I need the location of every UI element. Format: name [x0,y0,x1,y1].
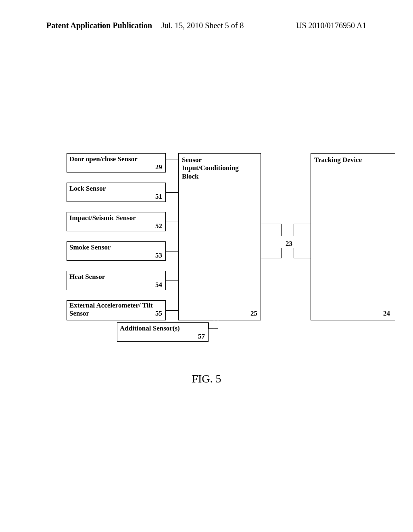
ref-num: 51 [155,193,162,201]
sensor-label: Door open/close Sensor [69,155,138,163]
sensor-accelerometer-tilt: External Accelerometer/ Tilt Sensor 55 [67,300,166,320]
ref-num: 24 [383,310,390,318]
bus-line [281,224,282,236]
connector-line [209,322,209,328]
sensor-label: Lock Sensor [69,185,106,193]
bus-ref-num: 23 [286,240,292,248]
cond-label: Sensor Input/Conditioning Block [182,156,246,181]
sensor-label: External Accelerometer/ Tilt Sensor [69,301,165,318]
sensor-smoke: Smoke Sensor 53 [67,241,166,261]
sensor-label: Smoke Sensor [69,243,111,251]
connector-line [209,328,214,329]
header-left: Patent Application Publication [46,21,152,30]
sensor-impact-seismic: Impact/Seismic Sensor 52 [67,212,166,231]
bus-line [261,258,282,258]
sensor-heat: Heat Sensor 54 [67,271,166,290]
track-label: Tracking Device [314,156,362,164]
ref-num: 29 [155,163,162,171]
sensor-input-conditioning-block: Sensor Input/Conditioning Block 25 [178,153,261,320]
header-right: US 2010/0176950 A1 [296,21,366,30]
sensor-lock: Lock Sensor 51 [67,183,166,202]
sensor-label: Impact/Seismic Sensor [69,214,136,222]
connector-line [218,320,218,328]
connector-line [166,281,178,281]
connector-line [166,222,178,222]
connector-line [166,192,178,193]
bus-line [294,248,294,258]
bus-line [281,248,282,258]
ref-num: 55 [155,310,162,318]
bus-line [294,258,311,258]
ref-num: 53 [155,251,162,260]
bus-line [294,224,294,236]
sensor-label: Additional Sensor(s) [120,324,180,332]
bus-line [261,224,282,224]
ref-num: 57 [198,332,205,341]
connector-line [166,251,178,251]
sensor-additional: Additional Sensor(s) 57 [117,322,209,342]
tracking-device-block: Tracking Device 24 [311,153,395,320]
sensor-label: Heat Sensor [69,273,105,281]
figure-label: FIG. 5 [0,372,413,385]
ref-num: 52 [155,222,162,230]
connector-line [166,160,178,160]
header-center: Jul. 15, 2010 Sheet 5 of 8 [161,21,244,30]
sensor-door-open-close: Door open/close Sensor 29 [67,153,166,172]
bus-line [294,224,311,224]
ref-num: 54 [155,281,162,289]
connector-line [166,310,178,311]
block-diagram: Door open/close Sensor 29 Lock Sensor 51… [0,153,413,395]
connector-line [214,320,214,328]
ref-num: 25 [250,310,257,318]
